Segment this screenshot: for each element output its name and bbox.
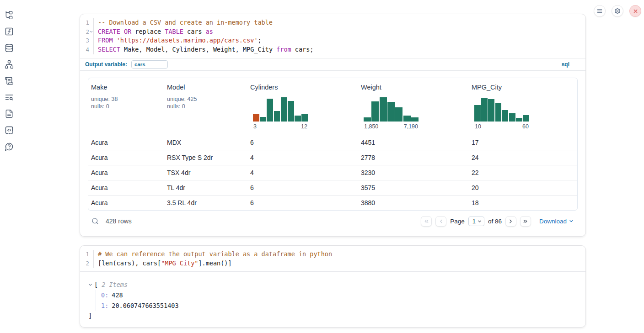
datasources-icon[interactable]: [5, 43, 14, 53]
collapse-chevron-icon[interactable]: [88, 282, 93, 287]
file-tree-icon[interactable]: [5, 11, 14, 20]
code-line[interactable]: [len(cars), cars["MPG_City"].mean()]: [94, 259, 232, 268]
table-cell: 4: [247, 165, 358, 180]
documentation-icon[interactable]: [5, 109, 14, 118]
chevron-down-icon: [477, 219, 482, 224]
histogram-bar: [509, 113, 515, 122]
settings-button[interactable]: [612, 5, 623, 17]
histogram-bar: [495, 103, 502, 122]
table-cell: 3880: [358, 196, 469, 210]
column-header-mpg-city[interactable]: MPG_City 10 60: [469, 78, 578, 135]
line-number: 1: [80, 250, 94, 259]
line-number: 2: [80, 259, 94, 268]
table-row[interactable]: AcuraTSX 4dr4323022: [88, 165, 577, 180]
histogram-bar: [474, 105, 481, 122]
first-page-button[interactable]: [421, 216, 432, 227]
output-variable-row: Output variable: sql: [80, 58, 585, 70]
histogram-bar: [371, 101, 379, 121]
table-cell: 18: [469, 196, 578, 210]
logs-icon[interactable]: [5, 93, 14, 102]
help-icon[interactable]: [5, 142, 14, 151]
histogram-bar: [288, 101, 294, 122]
table-cell: 6: [247, 135, 358, 150]
sql-code-editor[interactable]: 1-- Download a CSV and create an in-memo…: [80, 14, 585, 58]
histogram-bar: [267, 99, 273, 122]
table-cell: 22: [469, 165, 578, 180]
functions-icon[interactable]: [5, 27, 14, 36]
list-item: 0:428: [101, 290, 578, 300]
data-table: Make unique: 38 nulls: 0 Model unique: 4…: [88, 78, 578, 211]
column-header-model[interactable]: Model unique: 425 nulls: 0: [164, 78, 247, 135]
table-row[interactable]: Acura3.5 RL 4dr6388018: [88, 195, 577, 210]
table-header: Make unique: 38 nulls: 0 Model unique: 4…: [88, 78, 577, 135]
histogram-bar: [281, 97, 287, 122]
list-items: 0:4281:20.060747663551403: [96, 290, 578, 311]
table-cell: 3.5 RL 4dr: [164, 196, 247, 210]
table-cell: 20: [469, 180, 578, 195]
last-page-button[interactable]: [520, 216, 531, 227]
table-cell: 24: [469, 150, 578, 165]
notebook-actions: [594, 5, 641, 17]
histogram-bar: [253, 114, 259, 121]
line-number: 2: [80, 27, 94, 37]
page-total-label: of 86: [488, 218, 502, 225]
table-row[interactable]: AcuraMDX6445117: [88, 135, 577, 150]
code-line[interactable]: FROM 'https://datasets.marimo.app/cars.c…: [94, 36, 262, 45]
table-cell: 6: [247, 196, 358, 210]
table-cell: Acura: [88, 196, 164, 210]
histogram-bar: [411, 117, 419, 122]
code-line[interactable]: # We can reference the output variable a…: [94, 250, 332, 259]
fold-chevron-icon[interactable]: [89, 30, 93, 34]
page-label: Page: [450, 218, 465, 225]
snippets-icon[interactable]: [5, 126, 14, 135]
code-line[interactable]: CREATE OR replace TABLE cars as: [94, 27, 213, 37]
histogram-bar: [387, 102, 395, 121]
sql-output: Make unique: 38 nulls: 0 Model unique: 4…: [80, 70, 585, 236]
table-cell: 2778: [358, 150, 469, 165]
download-button[interactable]: Download: [539, 218, 574, 225]
python-code-editor[interactable]: 1# We can reference the output variable …: [80, 246, 585, 271]
histogram-bar: [481, 98, 488, 122]
search-icon[interactable]: [91, 217, 99, 225]
histogram-bar: [380, 97, 387, 122]
column-header-cylinders[interactable]: Cylinders 3 12: [247, 78, 358, 135]
python-cell: 1# We can reference the output variable …: [80, 245, 586, 328]
items-count-label: 2 Items: [102, 281, 128, 288]
output-variable-input[interactable]: [131, 60, 168, 69]
list-item: 1:20.060747663551403: [101, 300, 578, 311]
shutdown-button[interactable]: [629, 5, 641, 17]
table-cell: MDX: [164, 135, 247, 150]
scratchpad-icon[interactable]: [5, 76, 14, 85]
table-cell: Acura: [88, 150, 164, 165]
column-header-weight[interactable]: Weight 1,850 7,190: [358, 78, 469, 135]
prev-page-button[interactable]: [435, 216, 446, 227]
code-line[interactable]: SELECT Make, Model, Cylinders, Weight, M…: [94, 45, 313, 54]
table-row[interactable]: AcuraTL 4dr6357520: [88, 180, 577, 195]
close-bracket: ]: [88, 311, 578, 321]
dependency-graph-icon[interactable]: [5, 60, 14, 69]
table-cell: TSX 4dr: [164, 165, 247, 180]
column-header-make[interactable]: Make unique: 38 nulls: 0: [88, 78, 164, 135]
histogram-bar: [488, 99, 494, 122]
table-body: AcuraMDX6445117AcuraRSX Type S 2dr427782…: [88, 135, 577, 210]
next-page-button[interactable]: [505, 216, 516, 227]
menu-button[interactable]: [594, 5, 606, 17]
histogram-weight: 1,850 7,190: [364, 96, 419, 130]
table-cell: Acura: [88, 165, 164, 180]
histogram-bar: [395, 107, 402, 122]
language-badge: sql: [562, 61, 569, 68]
chevron-down-icon: [569, 218, 574, 224]
code-line[interactable]: -- Download a CSV and create an in-memor…: [94, 18, 273, 27]
table-row[interactable]: AcuraRSX Type S 2dr4277824: [88, 150, 577, 165]
table-cell: TL 4dr: [164, 180, 247, 195]
table-cell: 4: [247, 150, 358, 165]
table-cell: RSX Type S 2dr: [164, 150, 247, 165]
page-select[interactable]: 1: [468, 217, 484, 226]
left-sidebar: [0, 0, 18, 333]
table-cell: 6: [247, 180, 358, 195]
histogram-bar: [274, 111, 280, 122]
histogram-bar: [295, 116, 301, 122]
open-bracket: [: [94, 281, 98, 288]
column-stats: unique: 38 nulls: 0: [91, 95, 161, 110]
histogram-cylinders: 3 12: [253, 96, 308, 130]
